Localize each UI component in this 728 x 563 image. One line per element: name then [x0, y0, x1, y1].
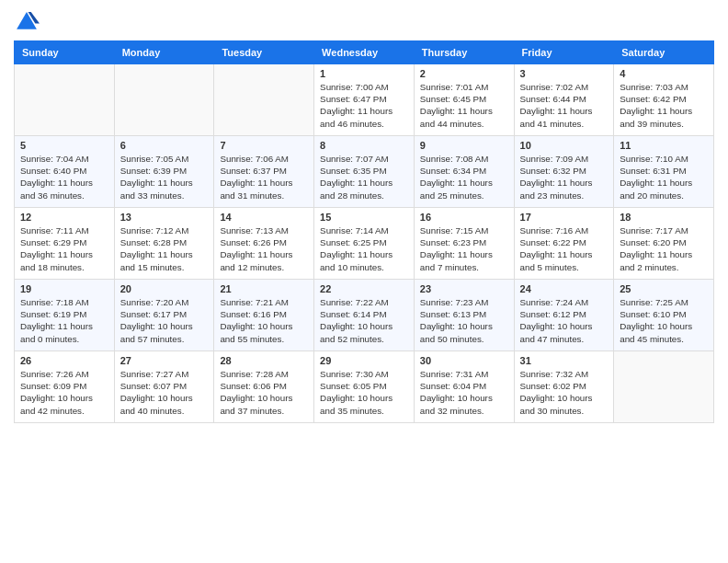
day-info: Sunrise: 7:03 AMSunset: 6:42 PMDaylight:… — [620, 81, 708, 130]
day-cell: 26Sunrise: 7:26 AMSunset: 6:09 PMDayligh… — [15, 351, 115, 423]
day-number: 16 — [420, 212, 508, 223]
day-cell: 8Sunrise: 7:07 AMSunset: 6:35 PMDaylight… — [314, 136, 415, 208]
header — [14, 9, 714, 35]
day-number: 8 — [320, 140, 408, 151]
day-number: 6 — [120, 140, 209, 151]
day-number: 22 — [320, 283, 408, 294]
day-cell: 25Sunrise: 7:25 AMSunset: 6:10 PMDayligh… — [614, 280, 714, 351]
day-info: Sunrise: 7:20 AMSunset: 6:17 PMDaylight:… — [120, 296, 209, 345]
week-row-3: 12Sunrise: 7:11 AMSunset: 6:29 PMDayligh… — [15, 208, 714, 280]
day-info: Sunrise: 7:18 AMSunset: 6:19 PMDaylight:… — [20, 296, 108, 345]
day-cell: 19Sunrise: 7:18 AMSunset: 6:19 PMDayligh… — [15, 280, 115, 351]
day-number: 23 — [420, 283, 508, 294]
weekday-header-saturday: Saturday — [614, 41, 714, 64]
day-cell: 6Sunrise: 7:05 AMSunset: 6:39 PMDaylight… — [114, 136, 214, 208]
day-cell — [114, 64, 214, 136]
day-number: 10 — [520, 140, 609, 151]
day-cell: 16Sunrise: 7:15 AMSunset: 6:23 PMDayligh… — [414, 208, 514, 280]
day-info: Sunrise: 7:05 AMSunset: 6:39 PMDaylight:… — [120, 153, 209, 201]
week-row-2: 5Sunrise: 7:04 AMSunset: 6:40 PMDaylight… — [15, 136, 714, 208]
weekday-header-monday: Monday — [114, 41, 214, 64]
day-cell: 18Sunrise: 7:17 AMSunset: 6:20 PMDayligh… — [614, 208, 714, 280]
day-number: 27 — [120, 355, 209, 366]
day-cell — [214, 64, 314, 136]
day-cell: 7Sunrise: 7:06 AMSunset: 6:37 PMDaylight… — [214, 136, 314, 208]
day-cell: 17Sunrise: 7:16 AMSunset: 6:22 PMDayligh… — [514, 208, 614, 280]
weekday-header-sunday: Sunday — [15, 41, 115, 64]
day-info: Sunrise: 7:24 AMSunset: 6:12 PMDaylight:… — [520, 296, 609, 345]
day-info: Sunrise: 7:02 AMSunset: 6:44 PMDaylight:… — [520, 81, 609, 130]
day-number: 19 — [20, 283, 108, 294]
day-cell: 9Sunrise: 7:08 AMSunset: 6:34 PMDaylight… — [414, 136, 514, 208]
calendar-table: SundayMondayTuesdayWednesdayThursdayFrid… — [14, 40, 714, 423]
day-number: 24 — [520, 283, 609, 294]
day-info: Sunrise: 7:13 AMSunset: 6:26 PMDaylight:… — [220, 224, 308, 273]
day-info: Sunrise: 7:10 AMSunset: 6:31 PMDaylight:… — [620, 153, 708, 201]
week-row-1: 1Sunrise: 7:00 AMSunset: 6:47 PMDaylight… — [15, 64, 714, 136]
day-cell: 23Sunrise: 7:23 AMSunset: 6:13 PMDayligh… — [414, 280, 514, 351]
day-cell — [614, 351, 714, 423]
day-number: 1 — [320, 68, 408, 79]
day-number: 20 — [120, 283, 209, 294]
day-cell: 4Sunrise: 7:03 AMSunset: 6:42 PMDaylight… — [614, 64, 714, 136]
logo — [14, 9, 43, 35]
day-cell: 31Sunrise: 7:32 AMSunset: 6:02 PMDayligh… — [514, 351, 614, 423]
day-info: Sunrise: 7:11 AMSunset: 6:29 PMDaylight:… — [20, 224, 108, 273]
day-number: 13 — [120, 212, 209, 223]
day-cell: 3Sunrise: 7:02 AMSunset: 6:44 PMDaylight… — [514, 64, 614, 136]
page: SundayMondayTuesdayWednesdayThursdayFrid… — [0, 0, 728, 563]
day-cell: 2Sunrise: 7:01 AMSunset: 6:45 PMDaylight… — [414, 64, 514, 136]
logo-icon — [14, 9, 40, 35]
day-info: Sunrise: 7:07 AMSunset: 6:35 PMDaylight:… — [320, 153, 408, 201]
day-number: 2 — [420, 68, 508, 79]
day-number: 14 — [220, 212, 308, 223]
day-number: 26 — [20, 355, 108, 366]
week-row-5: 26Sunrise: 7:26 AMSunset: 6:09 PMDayligh… — [15, 351, 714, 423]
day-number: 31 — [520, 355, 609, 366]
day-cell: 1Sunrise: 7:00 AMSunset: 6:47 PMDaylight… — [314, 64, 415, 136]
day-info: Sunrise: 7:31 AMSunset: 6:04 PMDaylight:… — [420, 368, 508, 417]
day-info: Sunrise: 7:32 AMSunset: 6:02 PMDaylight:… — [520, 368, 609, 417]
day-cell: 22Sunrise: 7:22 AMSunset: 6:14 PMDayligh… — [314, 280, 415, 351]
day-number: 30 — [420, 355, 508, 366]
day-info: Sunrise: 7:30 AMSunset: 6:05 PMDaylight:… — [320, 368, 408, 417]
day-number: 17 — [520, 212, 609, 223]
day-number: 11 — [620, 140, 708, 151]
weekday-header-row: SundayMondayTuesdayWednesdayThursdayFrid… — [15, 41, 714, 64]
day-cell: 13Sunrise: 7:12 AMSunset: 6:28 PMDayligh… — [114, 208, 214, 280]
weekday-header-tuesday: Tuesday — [214, 41, 314, 64]
day-number: 29 — [320, 355, 408, 366]
day-cell: 29Sunrise: 7:30 AMSunset: 6:05 PMDayligh… — [314, 351, 415, 423]
day-cell: 11Sunrise: 7:10 AMSunset: 6:31 PMDayligh… — [614, 136, 714, 208]
day-info: Sunrise: 7:01 AMSunset: 6:45 PMDaylight:… — [420, 81, 508, 130]
day-number: 3 — [520, 68, 609, 79]
day-info: Sunrise: 7:23 AMSunset: 6:13 PMDaylight:… — [420, 296, 508, 345]
day-cell: 27Sunrise: 7:27 AMSunset: 6:07 PMDayligh… — [114, 351, 214, 423]
day-cell: 14Sunrise: 7:13 AMSunset: 6:26 PMDayligh… — [214, 208, 314, 280]
day-cell: 12Sunrise: 7:11 AMSunset: 6:29 PMDayligh… — [15, 208, 115, 280]
day-cell: 15Sunrise: 7:14 AMSunset: 6:25 PMDayligh… — [314, 208, 415, 280]
day-info: Sunrise: 7:26 AMSunset: 6:09 PMDaylight:… — [20, 368, 108, 417]
weekday-header-thursday: Thursday — [414, 41, 514, 64]
weekday-header-wednesday: Wednesday — [314, 41, 415, 64]
day-number: 18 — [620, 212, 708, 223]
day-number: 28 — [220, 355, 308, 366]
weekday-header-friday: Friday — [514, 41, 614, 64]
day-number: 4 — [620, 68, 708, 79]
day-info: Sunrise: 7:12 AMSunset: 6:28 PMDaylight:… — [120, 224, 209, 273]
day-cell: 24Sunrise: 7:24 AMSunset: 6:12 PMDayligh… — [514, 280, 614, 351]
day-cell: 10Sunrise: 7:09 AMSunset: 6:32 PMDayligh… — [514, 136, 614, 208]
day-info: Sunrise: 7:04 AMSunset: 6:40 PMDaylight:… — [20, 153, 108, 201]
day-info: Sunrise: 7:22 AMSunset: 6:14 PMDaylight:… — [320, 296, 408, 345]
day-number: 21 — [220, 283, 308, 294]
day-number: 7 — [220, 140, 308, 151]
day-info: Sunrise: 7:27 AMSunset: 6:07 PMDaylight:… — [120, 368, 209, 417]
day-info: Sunrise: 7:28 AMSunset: 6:06 PMDaylight:… — [220, 368, 308, 417]
day-number: 12 — [20, 212, 108, 223]
day-number: 5 — [20, 140, 108, 151]
day-info: Sunrise: 7:25 AMSunset: 6:10 PMDaylight:… — [620, 296, 708, 345]
day-info: Sunrise: 7:16 AMSunset: 6:22 PMDaylight:… — [520, 224, 609, 273]
day-cell: 21Sunrise: 7:21 AMSunset: 6:16 PMDayligh… — [214, 280, 314, 351]
day-info: Sunrise: 7:21 AMSunset: 6:16 PMDaylight:… — [220, 296, 308, 345]
day-info: Sunrise: 7:00 AMSunset: 6:47 PMDaylight:… — [320, 81, 408, 130]
